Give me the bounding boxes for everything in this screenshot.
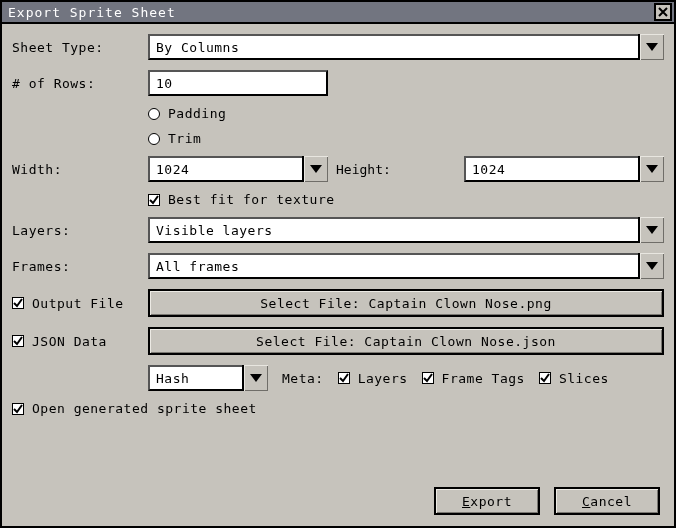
sheet-type-combo[interactable]: By Columns [148,34,664,60]
rows-input[interactable]: 10 [148,70,328,96]
layers-combo[interactable]: Visible layers [148,217,664,243]
titlebar: Export Sprite Sheet [2,2,674,24]
close-icon [658,7,668,17]
export-button[interactable]: Export [434,487,540,515]
json-file-button-label: Select File: Captain Clown Nose.json [256,334,556,349]
chevron-down-icon [302,156,328,182]
width-label: Width: [12,162,148,177]
chevron-down-icon [638,156,664,182]
width-combo[interactable]: 1024 [148,156,328,182]
checkbox-icon [148,133,160,145]
checkbox-icon [12,335,24,347]
sheet-type-label: Sheet Type: [12,40,148,55]
frames-label: Frames: [12,259,148,274]
export-dialog: Export Sprite Sheet Sheet Type: By Colum… [0,0,676,528]
rows-label: # of Rows: [12,76,148,91]
checkbox-icon [12,403,24,415]
height-value: 1024 [472,162,505,177]
cancel-button-label: Cancel [582,494,632,509]
chevron-down-icon [638,253,664,279]
best-fit-checkbox[interactable]: Best fit for texture [148,192,335,207]
rows-value: 10 [156,76,173,91]
json-format-value: Hash [156,371,189,386]
height-combo[interactable]: 1024 [464,156,664,182]
checkbox-icon [338,372,350,384]
meta-slices-checkbox[interactable]: Slices [539,371,609,386]
trim-checkbox[interactable]: Trim [148,131,201,146]
dialog-footer: Export Cancel [2,476,674,526]
output-file-button[interactable]: Select File: Captain Clown Nose.png [148,289,664,317]
output-file-checkbox[interactable]: Output File [12,296,142,311]
output-file-label: Output File [32,296,124,311]
close-button[interactable] [654,3,672,21]
checkbox-icon [12,297,24,309]
window-title: Export Sprite Sheet [8,5,654,20]
padding-label: Padding [168,106,226,121]
frames-combo[interactable]: All frames [148,253,664,279]
export-button-label: Export [462,494,512,509]
meta-frame-tags-label: Frame Tags [442,371,525,386]
height-label: Height: [336,162,456,177]
sheet-type-value: By Columns [156,40,239,55]
layers-value: Visible layers [156,223,273,238]
chevron-down-icon [638,217,664,243]
open-generated-checkbox[interactable]: Open generated sprite sheet [12,401,257,416]
padding-checkbox[interactable]: Padding [148,106,226,121]
json-data-label: JSON Data [32,334,107,349]
trim-label: Trim [168,131,201,146]
dialog-content: Sheet Type: By Columns # of Rows: 10 Pad… [2,24,674,476]
json-format-combo[interactable]: Hash [148,365,268,391]
meta-slices-label: Slices [559,371,609,386]
layers-label: Layers: [12,223,148,238]
frames-value: All frames [156,259,239,274]
json-file-button[interactable]: Select File: Captain Clown Nose.json [148,327,664,355]
output-file-button-label: Select File: Captain Clown Nose.png [260,296,551,311]
cancel-button[interactable]: Cancel [554,487,660,515]
checkbox-icon [422,372,434,384]
chevron-down-icon [242,365,268,391]
checkbox-icon [148,108,160,120]
checkbox-icon [148,194,160,206]
json-data-checkbox[interactable]: JSON Data [12,334,142,349]
checkbox-icon [539,372,551,384]
meta-frame-tags-checkbox[interactable]: Frame Tags [422,371,525,386]
meta-layers-label: Layers [358,371,408,386]
chevron-down-icon [638,34,664,60]
open-generated-label: Open generated sprite sheet [32,401,257,416]
meta-label: Meta: [282,371,324,386]
width-value: 1024 [156,162,189,177]
best-fit-label: Best fit for texture [168,192,335,207]
meta-layers-checkbox[interactable]: Layers [338,371,408,386]
